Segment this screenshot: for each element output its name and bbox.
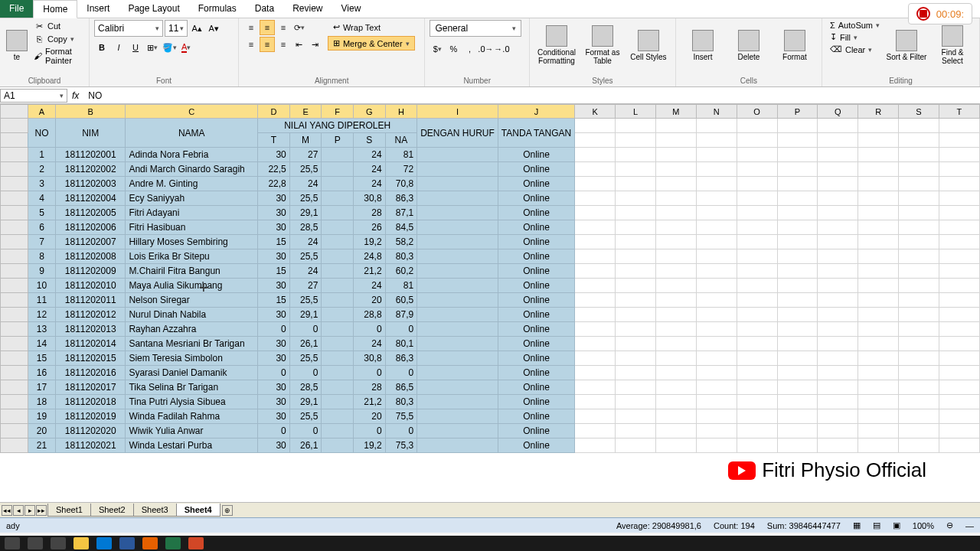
cell[interactable] xyxy=(616,424,656,439)
row-header[interactable] xyxy=(1,249,28,264)
insert-cells-button[interactable]: Insert xyxy=(681,20,725,70)
cell[interactable]: NO xyxy=(28,119,56,148)
cell[interactable] xyxy=(858,177,899,191)
align-top-button[interactable]: ≡ xyxy=(243,20,259,35)
inc-decimal-button[interactable]: .0→ xyxy=(478,41,493,57)
cell[interactable] xyxy=(777,162,818,177)
cell[interactable] xyxy=(696,264,737,279)
col-header-J[interactable]: J xyxy=(498,105,574,119)
select-all-button[interactable] xyxy=(1,105,28,119)
col-header-K[interactable]: K xyxy=(575,105,616,119)
cell[interactable] xyxy=(939,424,979,439)
sheet-tab-sheet3[interactable]: Sheet3 xyxy=(133,504,177,517)
cell[interactable] xyxy=(696,191,737,206)
col-header-Q[interactable]: Q xyxy=(818,105,858,119)
col-header-G[interactable]: G xyxy=(353,105,385,119)
cell[interactable]: 24 xyxy=(353,337,385,351)
cell[interactable]: Lois Erika Br Sitepu xyxy=(126,249,258,264)
cell[interactable]: 28 xyxy=(353,206,385,220)
cell[interactable] xyxy=(575,366,616,380)
cell[interactable] xyxy=(939,337,979,351)
cell[interactable] xyxy=(858,409,899,424)
col-header-S[interactable]: S xyxy=(899,105,939,119)
cell[interactable] xyxy=(322,220,354,235)
fill-color-button[interactable]: 🪣▾ xyxy=(162,40,177,55)
cell[interactable] xyxy=(737,424,777,439)
cell[interactable]: 25,5 xyxy=(289,191,322,206)
cell[interactable] xyxy=(858,337,899,351)
cell[interactable] xyxy=(655,366,696,380)
cell[interactable]: 30 xyxy=(258,191,290,206)
cell[interactable] xyxy=(939,439,979,453)
paste-button[interactable]: te xyxy=(5,20,29,70)
cell[interactable] xyxy=(899,148,939,162)
cell[interactable]: Santana Mesriani Br Tarigan xyxy=(126,337,258,351)
col-header-A[interactable]: A xyxy=(28,105,56,119)
cell[interactable]: 30 xyxy=(258,337,290,351)
cell[interactable] xyxy=(939,148,979,162)
wrap-text-button[interactable]: ↩Wrap Text xyxy=(328,20,415,34)
start-button[interactable] xyxy=(5,537,20,549)
cell[interactable]: 30 xyxy=(258,279,290,293)
cell[interactable]: Online xyxy=(498,206,574,220)
cell[interactable] xyxy=(939,206,979,220)
cell[interactable] xyxy=(655,177,696,191)
col-header-P[interactable]: P xyxy=(777,105,818,119)
cell[interactable] xyxy=(777,293,818,308)
cell[interactable]: 72 xyxy=(385,162,417,177)
cell[interactable] xyxy=(818,206,858,220)
tab-view[interactable]: View xyxy=(332,0,371,18)
cell[interactable] xyxy=(417,322,498,337)
cell[interactable] xyxy=(939,366,979,380)
cell[interactable] xyxy=(575,351,616,366)
shrink-font-button[interactable]: A▾ xyxy=(206,21,221,36)
cell[interactable] xyxy=(899,206,939,220)
cell[interactable] xyxy=(696,409,737,424)
sheet-nav-last[interactable]: ▸▸ xyxy=(36,505,47,516)
cell[interactable]: 1811202011 xyxy=(56,293,126,308)
cell[interactable] xyxy=(696,293,737,308)
cell[interactable]: Online xyxy=(498,264,574,279)
cell[interactable] xyxy=(616,322,656,337)
cell[interactable] xyxy=(737,395,777,409)
zoom-slider[interactable]: — xyxy=(965,521,974,530)
cell[interactable]: 1811202004 xyxy=(56,191,126,206)
find-select-button[interactable]: Find & Select xyxy=(930,20,975,70)
sort-filter-button[interactable]: Sort & Filter xyxy=(884,20,929,70)
cell[interactable]: 75,3 xyxy=(385,439,417,453)
cell[interactable] xyxy=(858,293,899,308)
spreadsheet-grid[interactable]: ABCDEFGHIJKLMNOPQRSTNONIMNAMANILAI YANG … xyxy=(0,104,980,502)
cell[interactable] xyxy=(417,380,498,395)
row-header[interactable] xyxy=(1,293,28,308)
cell[interactable] xyxy=(417,409,498,424)
cell[interactable] xyxy=(417,395,498,409)
cell[interactable]: 24,8 xyxy=(353,249,385,264)
cell[interactable]: 8 xyxy=(28,249,56,264)
cell[interactable]: 15 xyxy=(28,351,56,366)
powerpoint-icon[interactable] xyxy=(188,537,204,549)
cell[interactable]: 60,2 xyxy=(385,264,417,279)
cell[interactable]: M.Chairil Fitra Bangun xyxy=(126,264,258,279)
cell[interactable] xyxy=(417,148,498,162)
cell[interactable] xyxy=(777,235,818,249)
conditional-formatting-button[interactable]: Conditional Formatting xyxy=(534,20,579,70)
cell[interactable] xyxy=(939,380,979,395)
cell[interactable] xyxy=(939,322,979,337)
row-header[interactable] xyxy=(1,395,28,409)
cell[interactable] xyxy=(575,235,616,249)
cell[interactable]: 24 xyxy=(289,235,322,249)
cell[interactable]: 0 xyxy=(353,322,385,337)
cell[interactable] xyxy=(655,206,696,220)
cell[interactable]: 6 xyxy=(28,220,56,235)
cell[interactable]: Hillary Moses Sembiring xyxy=(126,235,258,249)
cell[interactable]: 30,8 xyxy=(353,351,385,366)
cell[interactable] xyxy=(818,220,858,235)
cell[interactable]: 21,2 xyxy=(353,264,385,279)
cell[interactable] xyxy=(858,162,899,177)
cell[interactable] xyxy=(818,235,858,249)
cell[interactable]: 20 xyxy=(353,293,385,308)
cell[interactable] xyxy=(818,133,858,148)
cell[interactable] xyxy=(655,409,696,424)
cell[interactable]: P xyxy=(322,133,354,148)
cell[interactable]: Maya Aulia Sikumbang xyxy=(126,279,258,293)
